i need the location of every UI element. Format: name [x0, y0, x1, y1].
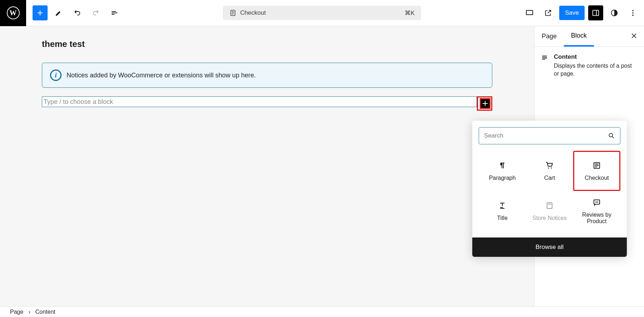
- block-label: Paragraph: [489, 175, 516, 181]
- breadcrumb-item[interactable]: Page: [10, 309, 23, 315]
- redo-icon: [92, 9, 100, 17]
- plus-icon: [481, 99, 489, 108]
- block-option-cart[interactable]: Cart: [526, 151, 573, 191]
- contrast-icon: [610, 9, 618, 17]
- block-option-title[interactable]: Title: [479, 191, 526, 231]
- svg-rect-11: [547, 203, 552, 208]
- store-notice-block[interactable]: i Notices added by WooCommerce or extens…: [42, 63, 492, 88]
- sidebar-close-button[interactable]: [624, 32, 644, 41]
- block-option-checkout[interactable]: Checkout: [573, 151, 620, 191]
- paragraph-icon: [498, 161, 507, 170]
- block-label: Store Notices: [532, 215, 567, 221]
- svg-point-8: [548, 168, 549, 169]
- notice-text: Notices added by WooCommerce or extensio…: [67, 72, 256, 79]
- desktop-icon: [525, 9, 534, 17]
- inserter-search-input[interactable]: [484, 132, 608, 139]
- block-inserter-button[interactable]: [33, 5, 48, 20]
- block-label: Title: [497, 215, 508, 221]
- toolbar-center: Checkout ⌘K: [122, 6, 522, 20]
- info-icon: i: [50, 69, 62, 81]
- document-overview-button[interactable]: [107, 5, 122, 20]
- empty-paragraph-row: Type / to choose a block: [42, 96, 492, 111]
- toolbar-left: W: [0, 0, 122, 26]
- tools-button[interactable]: [51, 5, 66, 20]
- svg-point-4: [632, 10, 634, 11]
- view-page-button[interactable]: [541, 5, 556, 20]
- save-button[interactable]: Save: [559, 6, 585, 20]
- block-option-paragraph[interactable]: Paragraph: [479, 151, 526, 191]
- empty-block-placeholder[interactable]: Type / to choose a block: [42, 96, 477, 107]
- sidebar-icon: [592, 9, 600, 17]
- chevron-right-icon: ›: [28, 309, 30, 315]
- settings-sidebar-button[interactable]: [588, 5, 603, 20]
- placeholder-text: Type / to choose a block: [44, 98, 113, 106]
- sidebar-tab-block[interactable]: Block: [564, 26, 594, 47]
- redo-button[interactable]: [88, 5, 103, 20]
- svg-point-6: [632, 15, 634, 16]
- search-icon: [608, 132, 615, 139]
- quick-inserter-popover: Paragraph Cart Checkout Title Store Noti…: [472, 121, 627, 257]
- svg-point-9: [551, 168, 552, 169]
- wp-home-button[interactable]: W: [0, 0, 26, 26]
- block-breadcrumb: Page › Content: [0, 306, 644, 317]
- reviews-icon: [592, 198, 601, 207]
- plus-icon: [36, 9, 44, 17]
- wordpress-logo-icon: W: [7, 6, 20, 19]
- styles-button[interactable]: [607, 5, 622, 20]
- svg-point-7: [609, 133, 613, 137]
- inserter-search-field[interactable]: [479, 127, 620, 144]
- document-bar-title: Checkout: [240, 9, 266, 16]
- browse-all-button[interactable]: Browse all: [472, 237, 627, 257]
- sidebar-tabs: Page Block: [535, 26, 644, 47]
- page-icon: [229, 9, 236, 16]
- inserter-blocks-grid: Paragraph Cart Checkout Title Store Noti…: [472, 151, 627, 237]
- sidebar-tab-page[interactable]: Page: [535, 26, 564, 47]
- svg-rect-1: [526, 10, 533, 15]
- more-vertical-icon: [629, 9, 637, 17]
- undo-button[interactable]: [70, 5, 85, 20]
- add-block-button[interactable]: [480, 98, 491, 109]
- cart-icon: [545, 161, 554, 170]
- svg-point-5: [632, 12, 634, 14]
- block-type-description: Displays the contents of a post or page.: [554, 62, 638, 77]
- pencil-icon: [54, 9, 63, 17]
- svg-rect-2: [593, 10, 599, 16]
- store-notices-icon: [545, 201, 554, 210]
- top-toolbar: W Checkout ⌘K: [0, 0, 644, 26]
- command-shortcut: ⌘K: [405, 9, 415, 17]
- breadcrumb-item[interactable]: Content: [35, 309, 55, 315]
- block-option-store-notices[interactable]: Store Notices: [526, 191, 573, 231]
- content-block-icon: [541, 53, 548, 62]
- title-icon: [498, 201, 507, 210]
- view-button[interactable]: [522, 5, 537, 20]
- document-bar[interactable]: Checkout ⌘K: [223, 6, 421, 20]
- sidebar-body: Content Displays the contents of a post …: [535, 47, 644, 84]
- page-title[interactable]: theme test: [42, 39, 492, 49]
- checkout-icon: [592, 161, 601, 170]
- block-label: Cart: [544, 175, 555, 181]
- block-option-reviews-by-product[interactable]: Reviews by Product: [573, 191, 620, 231]
- external-link-icon: [544, 9, 552, 17]
- toolbar-right: Save: [522, 5, 640, 20]
- undo-icon: [73, 9, 82, 17]
- editor-canvas: theme test i Notices added by WooCommerc…: [0, 26, 534, 306]
- list-icon: [110, 9, 119, 17]
- block-label: Checkout: [585, 175, 609, 181]
- add-block-highlight: [477, 96, 492, 111]
- options-button[interactable]: [625, 5, 640, 20]
- block-label: Reviews by Product: [573, 212, 620, 225]
- close-icon: [630, 32, 638, 39]
- block-type-title: Content: [554, 53, 638, 61]
